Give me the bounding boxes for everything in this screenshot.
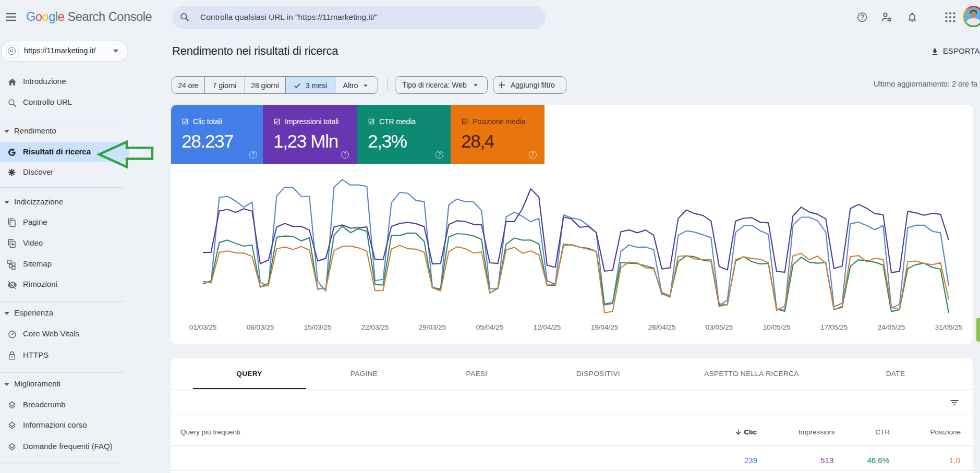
svg-text:31/05/25: 31/05/25 — [935, 323, 963, 331]
svg-text:08/03/25: 08/03/25 — [247, 323, 274, 331]
svg-text:03/05/25: 03/05/25 — [706, 323, 733, 331]
svg-text:12/04/25: 12/04/25 — [534, 323, 561, 331]
svg-text:29/03/25: 29/03/25 — [419, 323, 446, 331]
svg-text:15/03/25: 15/03/25 — [304, 323, 332, 331]
svg-text:19/04/25: 19/04/25 — [591, 323, 619, 331]
svg-text:24/05/25: 24/05/25 — [878, 323, 905, 331]
svg-text:10/05/25: 10/05/25 — [763, 323, 791, 331]
svg-text:05/04/25: 05/04/25 — [476, 323, 504, 331]
svg-text:26/04/25: 26/04/25 — [648, 323, 676, 331]
svg-text:17/05/25: 17/05/25 — [820, 323, 848, 331]
svg-text:22/03/25: 22/03/25 — [361, 323, 389, 331]
svg-text:01/03/25: 01/03/25 — [189, 323, 217, 331]
